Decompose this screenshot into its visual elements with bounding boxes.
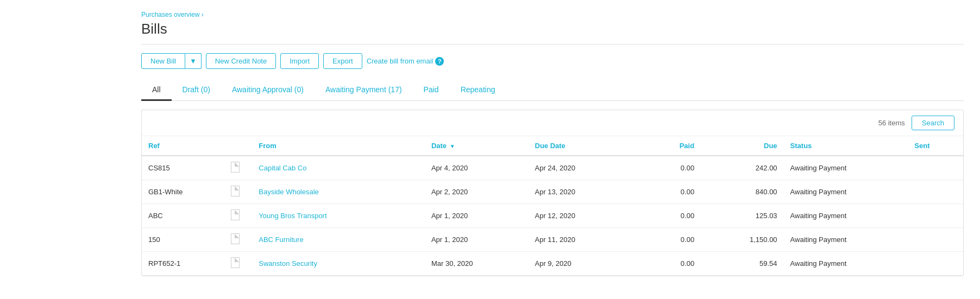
create-bill-label: Create bill from email [367,57,434,65]
document-icon [231,186,240,196]
export-button[interactable]: Export [323,53,362,69]
cell-status: Awaiting Payment [784,228,908,252]
col-header-sent[interactable]: Sent [908,136,963,156]
tab-paid[interactable]: Paid [413,80,450,101]
tabs-bar: All Draft (0) Awaiting Approval (0) Awai… [141,80,964,101]
tab-awaiting-payment-count: (17) [388,85,402,94]
from-link[interactable]: Young Bros Transport [259,212,326,220]
cell-paid: 0.00 [632,156,701,180]
cell-due: 1,150.00 [701,228,783,252]
items-count: 56 items [878,119,905,127]
table-row: 150 ABC Furniture Apr 1, 2020 Apr 11, 20… [142,228,963,252]
cell-ref: RPT652-1 [142,252,224,276]
cell-status: Awaiting Payment [784,252,908,276]
table-row: RPT652-1 Swanston Security Mar 30, 2020 … [142,252,963,276]
tab-draft[interactable]: Draft (0) [172,80,221,101]
cell-date: Apr 1, 2020 [425,228,529,252]
document-icon [231,233,240,244]
table-row: GB1-White Bayside Wholesale Apr 2, 2020 … [142,180,963,204]
cell-from: Bayside Wholesale [252,180,425,204]
help-icon: ? [435,57,444,66]
cell-due: 840.00 [701,180,783,204]
toolbar: New Bill ▼ New Credit Note Import Export… [141,53,964,69]
search-button[interactable]: Search [912,116,954,130]
table-row: ABC Young Bros Transport Apr 1, 2020 Apr… [142,204,963,228]
cell-ref: GB1-White [142,180,224,204]
bills-table: Ref From Date ▼ Due Date Paid Due Status… [142,136,963,276]
cell-due: 125.03 [701,204,783,228]
from-link[interactable]: Capital Cab Co [259,164,306,172]
import-button[interactable]: Import [280,53,319,69]
new-bill-button[interactable]: New Bill [141,53,185,69]
from-link[interactable]: ABC Furniture [259,236,303,244]
cell-doc-icon [224,252,252,276]
new-credit-note-button[interactable]: New Credit Note [206,53,276,69]
cell-paid: 0.00 [632,252,701,276]
col-header-from[interactable]: From [252,136,425,156]
col-header-date[interactable]: Date ▼ [425,136,529,156]
cell-from: Capital Cab Co [252,156,425,180]
cell-from: ABC Furniture [252,228,425,252]
cell-due-date: Apr 12, 2020 [529,204,632,228]
cell-date: Mar 30, 2020 [425,252,529,276]
cell-doc-icon [224,156,252,180]
new-bill-dropdown-button[interactable]: ▼ [185,53,202,69]
cell-sent [908,204,963,228]
cell-due-date: Apr 11, 2020 [529,228,632,252]
tab-draft-count: (0) [201,85,210,94]
table-header-row: Ref From Date ▼ Due Date Paid Due Status… [142,136,963,156]
col-header-due[interactable]: Due [701,136,783,156]
cell-date: Apr 4, 2020 [425,156,529,180]
tab-repeating[interactable]: Repeating [450,80,506,101]
cell-date: Apr 2, 2020 [425,180,529,204]
cell-ref: ABC [142,204,224,228]
page-title: Bills [141,21,964,44]
from-link[interactable]: Swanston Security [259,259,317,268]
tab-awaiting-approval-count: (0) [294,85,304,94]
document-icon [231,257,240,268]
document-icon [231,209,240,220]
cell-doc-icon [224,180,252,204]
cell-due-date: Apr 13, 2020 [529,180,632,204]
cell-from: Young Bros Transport [252,204,425,228]
cell-date: Apr 1, 2020 [425,204,529,228]
cell-due: 242.00 [701,156,783,180]
cell-status: Awaiting Payment [784,156,908,180]
col-header-icon [224,136,252,156]
breadcrumb: Purchases overview › [141,11,964,18]
content-panel: 56 items Search Ref From Date ▼ Due Date… [141,110,964,276]
col-header-paid[interactable]: Paid [632,136,701,156]
breadcrumb-link[interactable]: Purchases overview › [141,11,204,18]
cell-paid: 0.00 [632,228,701,252]
tab-all[interactable]: All [141,80,172,101]
cell-paid: 0.00 [632,180,701,204]
cell-sent [908,180,963,204]
cell-due-date: Apr 24, 2020 [529,156,632,180]
new-bill-group: New Bill ▼ [141,53,202,69]
cell-due: 59.54 [701,252,783,276]
tab-awaiting-payment[interactable]: Awaiting Payment (17) [315,80,413,101]
cell-ref: CS815 [142,156,224,180]
create-bill-from-email-button[interactable]: Create bill from email ? [367,57,444,66]
cell-ref: 150 [142,228,224,252]
col-header-status[interactable]: Status [784,136,908,156]
cell-sent [908,156,963,180]
cell-from: Swanston Security [252,252,425,276]
table-row: CS815 Capital Cab Co Apr 4, 2020 Apr 24,… [142,156,963,180]
from-link[interactable]: Bayside Wholesale [259,188,319,196]
cell-doc-icon [224,204,252,228]
cell-paid: 0.00 [632,204,701,228]
col-header-ref: Ref [142,136,224,156]
cell-due-date: Apr 9, 2020 [529,252,632,276]
date-sort-icon: ▼ [450,143,455,149]
cell-doc-icon [224,228,252,252]
col-header-due-date[interactable]: Due Date [529,136,632,156]
cell-status: Awaiting Payment [784,204,908,228]
cell-status: Awaiting Payment [784,180,908,204]
cell-sent [908,252,963,276]
tab-awaiting-approval[interactable]: Awaiting Approval (0) [221,80,315,101]
page-wrapper: Purchases overview › Bills New Bill ▼ Ne… [0,0,980,299]
cell-sent [908,228,963,252]
document-icon [231,162,240,173]
panel-header: 56 items Search [142,110,963,136]
